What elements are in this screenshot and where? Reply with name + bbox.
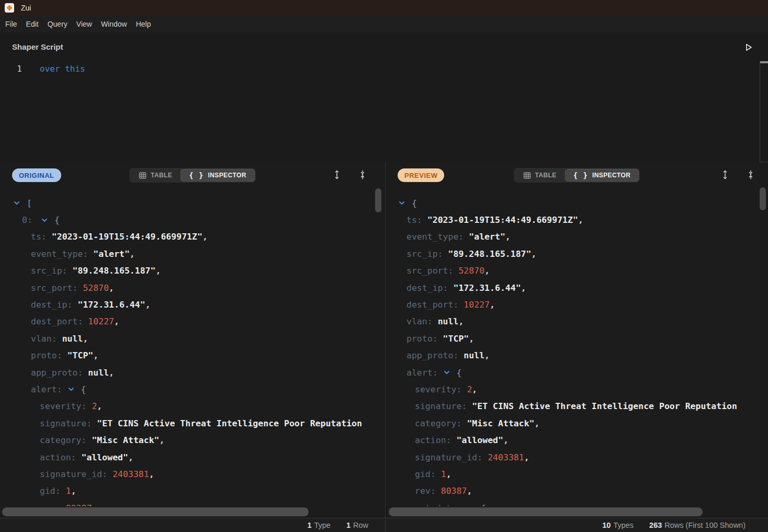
vertical-scrollbar-thumb[interactable] [375,188,381,212]
tree-open-brace: { [412,198,417,208]
tree-value: 2 [467,384,472,394]
vertical-scrollbar-thumb[interactable] [760,187,766,210]
tree-comma: , [156,266,161,276]
tab-inspector-label: INSPECTOR [592,172,630,179]
tree-comma: , [503,435,509,445]
tree-row[interactable]: { [386,195,761,211]
tree-row[interactable]: category:"Misc Attack", [386,415,761,432]
menu-item-window[interactable]: Window [101,20,127,28]
tree-key: metadata: [415,503,461,506]
unfold-vertical-icon [332,169,342,180]
tree-key: src_ip: [406,249,443,259]
tree-row[interactable]: vlan:null, [0,330,378,347]
expand-all-button[interactable] [331,169,343,180]
tab-table[interactable]: TABLE [130,169,180,182]
tree-row[interactable]: proto:"TCP", [386,330,761,347]
tree-open-brace: { [480,503,485,506]
tree-row[interactable]: rev:80387, [0,500,378,506]
tree-row[interactable]: dest_ip:"172.31.6.44", [0,296,378,313]
tree-row[interactable]: proto:"TCP", [0,347,378,364]
tree-value: "alert" [93,249,130,259]
tree-row[interactable]: dest_port:10227, [0,313,378,330]
tree-open-brace: { [54,215,60,225]
tree-row[interactable]: gid:1, [0,483,378,500]
tree-comma: , [97,401,102,411]
tree-key: app_proto: [31,368,83,378]
tree-open-brace: [ [27,198,32,208]
tree-comma: , [202,232,208,242]
expand-all-button[interactable] [719,169,731,180]
chevron-down-icon[interactable] [443,369,450,376]
chevron-down-icon[interactable] [41,217,48,224]
tree-row[interactable]: category:"Misc Attack", [0,432,378,448]
tree-value: "89.248.165.187" [73,266,156,276]
tree-row[interactable]: vlan:null, [386,313,761,330]
tree-row[interactable]: app_proto:null, [386,347,761,364]
tree-row[interactable]: dest_ip:"172.31.6.44", [386,279,761,296]
tree-key: dest_ip: [406,283,448,293]
editor-vertical-scrollbar[interactable] [760,61,768,162]
menu-item-view[interactable]: View [76,20,92,28]
tree-row[interactable]: action:"allowed", [386,432,761,448]
tree-key: alert: [406,368,438,378]
tree-row[interactable]: signature:"ET CINS Active Threat Intelli… [0,415,378,432]
tab-table[interactable]: TABLE [515,169,565,182]
tree-value: 1 [441,469,446,479]
tree-row[interactable]: ts:"2023-01-19T15:44:49.669971Z", [386,211,761,228]
tree-row[interactable]: [ [0,195,378,211]
tree-comma: , [128,452,133,462]
tree-row[interactable]: event_type:"alert", [386,229,761,245]
chevron-down-icon[interactable] [67,386,75,393]
tree-row[interactable]: action:"allowed", [0,449,378,466]
tree-row[interactable]: severity:2, [386,381,761,398]
tree-row[interactable]: signature_id:2403381, [386,449,761,466]
horizontal-scrollbar-thumb[interactable] [2,507,309,516]
tree-row[interactable]: alert:{ [0,381,378,398]
tree-value: "172.31.6.44" [453,283,521,293]
tree-key: signature: [40,418,92,428]
menu-item-edit[interactable]: Edit [26,20,39,28]
tree-row[interactable]: app_proto:null, [0,364,378,381]
tree-row[interactable]: src_ip:"89.248.165.187", [386,245,761,262]
tree-row[interactable]: severity:2, [0,398,378,415]
chevron-down-icon[interactable] [467,504,474,506]
tree-row[interactable]: signature:"ET CINS Active Threat Intelli… [386,398,761,415]
tree-comma: , [114,316,119,326]
tree-row[interactable]: src_ip:"89.248.165.187", [0,263,378,279]
tree-row[interactable]: signature_id:2403381, [0,466,378,482]
collapse-all-button[interactable] [357,169,368,180]
tree-row[interactable]: alert:{ [386,364,761,381]
original-panel: ORIGINAL TABLE { } INSPECTOR [0,162,386,518]
tree-value: 1 [66,486,71,496]
horizontal-scrollbar-thumb[interactable] [389,507,703,516]
menu-item-query[interactable]: Query [48,20,67,28]
tree-key: category: [40,435,86,445]
tree-value: "Misc Attack" [92,435,159,445]
collapse-all-button[interactable] [745,169,756,180]
tree-key: gid: [40,486,61,496]
chevron-down-icon[interactable] [13,199,20,207]
tree-row[interactable]: event_type:"alert", [0,245,378,262]
tab-inspector[interactable]: { } INSPECTOR [180,169,255,182]
tree-comma: , [578,215,583,225]
editor-scrollbar-thumb[interactable] [760,61,768,63]
chevron-down-icon[interactable] [398,199,405,207]
tree-row[interactable]: src_port:52870, [0,279,378,296]
tree-key: signature_id: [415,452,482,462]
tab-table-label: TABLE [535,172,557,179]
code-editor-line[interactable]: 1 over this [0,61,758,76]
tree-comma: , [83,334,88,344]
tree-row[interactable]: rev:80387, [386,483,761,500]
tree-comma: , [92,503,97,506]
tree-row[interactable]: 0:{ [0,211,378,228]
tree-row[interactable]: dest_port:10227, [386,296,761,313]
menu-item-help[interactable]: Help [136,20,151,28]
tree-row[interactable]: src_port:52870, [386,263,761,279]
menu-item-file[interactable]: File [5,20,17,28]
tree-row[interactable]: gid:1, [386,466,761,482]
tree-value: 52870 [83,283,109,293]
run-query-button[interactable] [742,41,754,53]
tree-row[interactable]: ts:"2023-01-19T15:44:49.669971Z", [0,229,378,245]
tab-inspector[interactable]: { } INSPECTOR [565,169,639,182]
tree-row[interactable]: metadata:{ [386,500,761,506]
